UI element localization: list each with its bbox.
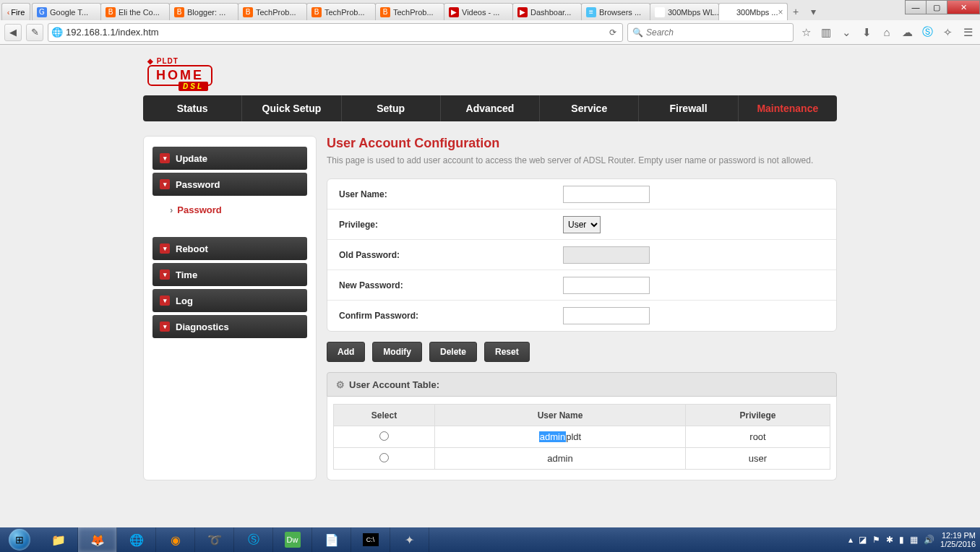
browser-tab-strip: ‹Fire GGoogle T...BEli the Co...BBlogger… bbox=[0, 0, 980, 20]
bookmark-icon[interactable]: ☆ bbox=[798, 25, 814, 40]
tab-favicon: G bbox=[37, 7, 47, 17]
topnav-item[interactable]: Status bbox=[143, 95, 242, 121]
sidebar-item[interactable]: ▾Time bbox=[152, 263, 307, 286]
sidebar-item[interactable]: ▾Password bbox=[152, 173, 307, 196]
addon-icon[interactable]: ✧ bbox=[940, 25, 955, 40]
browser-tab[interactable]: ▶Dashboar... bbox=[512, 3, 582, 20]
maximize-button[interactable]: ▢ bbox=[926, 0, 947, 14]
reload-icon[interactable]: ⟳ bbox=[606, 27, 619, 38]
tab-label: Blogger: ... bbox=[187, 8, 225, 17]
reset-button[interactable]: Reset bbox=[484, 342, 530, 362]
table-header-bar: ⚙ User Account Table: bbox=[327, 372, 837, 397]
confirm-password-input[interactable] bbox=[563, 307, 650, 324]
topnav-item[interactable]: Service bbox=[540, 95, 639, 121]
tab-dropdown[interactable]: ▾ bbox=[804, 3, 822, 20]
modify-button[interactable]: Modify bbox=[372, 342, 422, 362]
fire-tab[interactable]: ‹Fire bbox=[1, 3, 30, 20]
sidebar-subitem[interactable]: Password bbox=[152, 199, 307, 225]
task-chrome[interactable]: 🌐 bbox=[117, 527, 156, 552]
tray-network-icon[interactable]: ▦ bbox=[910, 535, 918, 545]
browser-tab[interactable]: BTechProb... bbox=[238, 3, 307, 20]
tray-shield-icon[interactable]: ◪ bbox=[859, 535, 867, 545]
address-bar[interactable]: 🌐 ⟳ bbox=[48, 23, 623, 42]
tab-label: 300Mbps WL... bbox=[668, 8, 719, 17]
url-input[interactable] bbox=[66, 27, 606, 38]
logo-brand: ◆ PLDT bbox=[147, 57, 212, 65]
tray-volume-icon[interactable]: 🔊 bbox=[924, 535, 934, 545]
topnav-item[interactable]: Quick Setup bbox=[242, 95, 341, 121]
browser-tab[interactable]: BTechProb... bbox=[306, 3, 376, 20]
skype-icon[interactable]: Ⓢ bbox=[919, 25, 935, 40]
cell-privilege: root bbox=[686, 426, 830, 448]
tab-favicon bbox=[655, 7, 665, 17]
browser-tab[interactable]: ≡Browsers ... bbox=[581, 3, 650, 20]
topnav-item[interactable]: Setup bbox=[342, 95, 441, 121]
start-button[interactable]: ⊞ bbox=[0, 527, 39, 552]
home-icon[interactable]: ⌂ bbox=[879, 25, 895, 40]
menu-icon[interactable]: ☰ bbox=[960, 25, 976, 40]
sidebar-item[interactable]: ▾Update bbox=[152, 147, 307, 170]
chevron-down-icon: ▾ bbox=[160, 269, 170, 280]
new-tab-button[interactable]: + bbox=[787, 3, 804, 20]
search-input[interactable] bbox=[646, 27, 788, 38]
chevron-down-icon: ▾ bbox=[160, 243, 170, 254]
browser-tab[interactable]: 300Mbps WL... bbox=[650, 3, 719, 20]
delete-button[interactable]: Delete bbox=[429, 342, 477, 362]
logo-home: HOME DSL bbox=[147, 65, 212, 86]
tray-battery-icon[interactable]: ▮ bbox=[899, 535, 904, 545]
sidebar-item[interactable]: ▾Reboot bbox=[152, 237, 307, 260]
tray-up-icon[interactable]: ▴ bbox=[848, 535, 853, 545]
chevron-down-icon: ▾ bbox=[160, 296, 170, 306]
system-tray: ▴ ◪ ⚑ ✱ ▮ ▦ 🔊 12:19 PM 1/25/2016 bbox=[844, 527, 980, 552]
topnav-item[interactable]: Firewall bbox=[639, 95, 738, 121]
add-button[interactable]: Add bbox=[327, 342, 365, 362]
tab-close-icon[interactable]: × bbox=[778, 7, 783, 17]
tray-flag-icon[interactable]: ⚑ bbox=[872, 535, 880, 545]
tab-favicon: B bbox=[106, 7, 116, 17]
confirm-password-label: Confirm Password: bbox=[339, 311, 563, 321]
chat-icon[interactable]: ☁ bbox=[899, 25, 915, 40]
row-select-radio[interactable] bbox=[379, 431, 389, 441]
topnav-item[interactable]: Advanced bbox=[441, 95, 540, 121]
browser-tab[interactable]: BTechProb... bbox=[375, 3, 444, 20]
minimize-button[interactable]: — bbox=[905, 0, 927, 14]
task-explorer[interactable]: 📁 bbox=[39, 527, 78, 552]
task-cmd[interactable]: C:\ bbox=[351, 527, 390, 552]
privilege-select[interactable]: User bbox=[563, 216, 601, 233]
tab-label: Browsers ... bbox=[599, 8, 641, 17]
tray-clock[interactable]: 12:19 PM 1/25/2016 bbox=[940, 531, 976, 548]
search-bar[interactable]: 🔍 bbox=[627, 23, 794, 42]
topnav-item[interactable]: Maintenance bbox=[739, 95, 837, 121]
browser-tab[interactable]: GGoogle T... bbox=[32, 3, 101, 20]
browser-tab[interactable]: ▶Videos - ... bbox=[444, 3, 513, 20]
task-notepad[interactable]: 📄 bbox=[312, 527, 351, 552]
username-input[interactable] bbox=[563, 186, 650, 203]
row-select-radio[interactable] bbox=[379, 453, 389, 462]
browser-tab[interactable]: BBlogger: ... bbox=[169, 3, 238, 20]
task-daemon[interactable]: ➰ bbox=[195, 527, 234, 552]
page-title: User Account Configuration bbox=[327, 136, 837, 151]
sidebar-item[interactable]: ▾Log bbox=[152, 289, 307, 312]
sidebar: ▾Update▾PasswordPassword ▾Reboot▾Time▾Lo… bbox=[143, 136, 317, 480]
col-select: Select bbox=[334, 405, 435, 426]
browser-tab[interactable]: 300Mbps ...× bbox=[718, 3, 788, 20]
library-icon[interactable]: ▥ bbox=[818, 25, 834, 40]
sidebar-item[interactable]: ▾Diagnostics bbox=[152, 315, 307, 338]
main-content: User Account Configuration This page is … bbox=[327, 136, 837, 480]
close-button[interactable]: ✕ bbox=[947, 0, 980, 14]
browser-tab[interactable]: BEli the Co... bbox=[100, 3, 170, 20]
downloads-icon[interactable]: ⬇ bbox=[859, 25, 874, 40]
task-firefox[interactable]: 🦊 bbox=[78, 527, 117, 552]
new-password-input[interactable] bbox=[563, 277, 650, 294]
back-button[interactable]: ◀ bbox=[4, 24, 22, 41]
pocket-icon[interactable]: ⌄ bbox=[838, 25, 854, 40]
task-skype[interactable]: Ⓢ bbox=[234, 527, 273, 552]
tab-favicon: ▶ bbox=[517, 7, 528, 17]
new-password-label: New Password: bbox=[339, 280, 563, 290]
tray-sync-icon[interactable]: ✱ bbox=[886, 535, 893, 545]
identity-button[interactable]: ✎ bbox=[26, 24, 43, 41]
task-dreamweaver[interactable]: Dw bbox=[273, 527, 312, 552]
task-media[interactable]: ◉ bbox=[156, 527, 195, 552]
task-app[interactable]: ✦ bbox=[390, 527, 429, 552]
cell-privilege: user bbox=[686, 448, 830, 470]
